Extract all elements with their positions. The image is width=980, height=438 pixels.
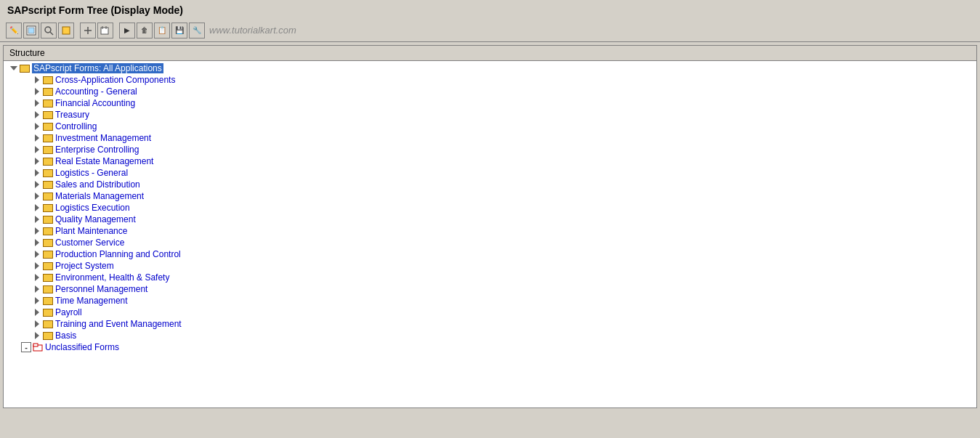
expand-icon-20[interactable] bbox=[33, 308, 41, 317]
tree-item-label[interactable]: Real Estate Management bbox=[55, 156, 153, 166]
tree-item-label[interactable]: Basis bbox=[55, 330, 76, 341]
expand-icon-10[interactable] bbox=[33, 192, 41, 200]
expand-icon-3[interactable] bbox=[33, 110, 41, 119]
tree-item-row[interactable]: - Unclassified Forms bbox=[4, 341, 976, 353]
expand-icon-0[interactable] bbox=[33, 76, 41, 84]
toolbar-btn-save[interactable]: 💾 bbox=[171, 23, 187, 38]
expand-icon-6[interactable] bbox=[33, 145, 41, 154]
tree-item-label[interactable]: Financial Accounting bbox=[55, 98, 135, 108]
tree-item-row[interactable]: Personnel Management bbox=[4, 283, 976, 295]
toolbar-btn-copy[interactable]: 📋 bbox=[154, 23, 170, 38]
root-expand-icon[interactable] bbox=[9, 64, 18, 73]
toolbar-btn-props[interactable]: 🔧 bbox=[189, 23, 205, 38]
tree-item-label[interactable]: Treasury bbox=[55, 110, 89, 120]
tree-item-label[interactable]: Production Planning and Control bbox=[55, 249, 181, 259]
tree-item-row[interactable]: Plant Maintenance bbox=[4, 225, 976, 237]
tree-item-row[interactable]: Investment Management bbox=[4, 132, 976, 144]
structure-header: Structure bbox=[4, 46, 976, 61]
tree-item-label[interactable]: Plant Maintenance bbox=[55, 226, 127, 236]
tree-item-row[interactable]: Sales and Distribution bbox=[4, 179, 976, 190]
expand-icon-12[interactable] bbox=[33, 215, 41, 224]
tree-item-label[interactable]: Investment Management bbox=[55, 133, 151, 143]
folder-icon-9 bbox=[43, 181, 53, 189]
tree-item-row[interactable]: Quality Management bbox=[4, 214, 976, 225]
title-bar: SAPscript Form Tree (Display Mode) bbox=[0, 0, 980, 19]
tree-item-label[interactable]: Personnel Management bbox=[55, 284, 147, 294]
folder-icon-1 bbox=[43, 88, 53, 96]
toolbar-btn-play[interactable]: ▶ bbox=[119, 23, 135, 38]
expand-icon-9[interactable] bbox=[33, 180, 41, 189]
toolbar-btn-delete[interactable]: 🗑 bbox=[137, 23, 153, 38]
toolbar-btn-6[interactable] bbox=[97, 23, 113, 38]
tree-item-label[interactable]: Sales and Distribution bbox=[55, 179, 140, 190]
tree-item-row[interactable]: Treasury bbox=[4, 109, 976, 121]
watermark: www.tutorialkart.com bbox=[209, 25, 296, 36]
expand-icon-8[interactable] bbox=[33, 169, 41, 177]
tree-item-row[interactable]: Accounting - General bbox=[4, 86, 976, 97]
expand-icon-21[interactable] bbox=[33, 320, 41, 328]
tree-item-label[interactable]: Materials Management bbox=[55, 191, 144, 201]
expand-icon-15[interactable] bbox=[33, 250, 41, 259]
expand-icon-2[interactable] bbox=[33, 99, 41, 108]
expand-icon-13[interactable] bbox=[33, 227, 41, 235]
tree-item-label[interactable]: Training and Event Management bbox=[55, 319, 182, 329]
tree-item-row[interactable]: Controlling bbox=[4, 121, 976, 132]
tree-item-label[interactable]: Cross-Application Components bbox=[55, 75, 175, 85]
expand-icon-16[interactable] bbox=[33, 261, 41, 270]
tree-item-row[interactable]: Environment, Health & Safety bbox=[4, 272, 976, 283]
folder-icon-13 bbox=[43, 227, 53, 235]
tree-item-label[interactable]: Quality Management bbox=[55, 214, 136, 224]
expand-icon-18[interactable] bbox=[33, 285, 41, 293]
tree-item-row[interactable]: Customer Service bbox=[4, 237, 976, 248]
expand-icon-14[interactable] bbox=[33, 238, 41, 247]
tree-item-label[interactable]: Logistics Execution bbox=[55, 203, 130, 213]
tree-item-label[interactable]: Enterprise Controlling bbox=[55, 145, 139, 155]
tree-item-row[interactable]: Financial Accounting bbox=[4, 97, 976, 109]
tree-item-label[interactable]: Unclassified Forms bbox=[45, 342, 119, 352]
toolbar-btn-5[interactable] bbox=[80, 23, 96, 38]
tree-item-row[interactable]: Logistics Execution bbox=[4, 202, 976, 214]
tree-item-label[interactable]: Logistics - General bbox=[55, 168, 128, 178]
expand-icon-17[interactable] bbox=[33, 273, 41, 282]
tree-item-label[interactable]: Payroll bbox=[55, 307, 82, 317]
svg-rect-4 bbox=[62, 27, 70, 34]
folder-icon-21 bbox=[43, 320, 53, 328]
tree-item-row[interactable]: Logistics - General bbox=[4, 167, 976, 179]
expand-icon-11[interactable] bbox=[33, 203, 41, 212]
toolbar-btn-3[interactable] bbox=[41, 23, 57, 38]
tree-item-row[interactable]: Production Planning and Control bbox=[4, 248, 976, 260]
tree-root-row[interactable]: SAPscript Forms: All Applications bbox=[4, 62, 976, 74]
toolbar: ✏️ ▶ 🗑 📋 💾 🔧 www.tutorialkart.com bbox=[0, 19, 980, 42]
expand-icon-22[interactable] bbox=[33, 331, 41, 340]
toolbar-btn-1[interactable]: ✏️ bbox=[6, 23, 22, 38]
expand-icon-19[interactable] bbox=[33, 296, 41, 305]
tree-item-label[interactable]: Environment, Health & Safety bbox=[55, 272, 169, 283]
tree-item-row[interactable]: Training and Event Management bbox=[4, 318, 976, 330]
expand-icon-7[interactable] bbox=[33, 157, 41, 166]
tree-item-row[interactable]: Basis bbox=[4, 330, 976, 341]
tree-item-label[interactable]: Customer Service bbox=[55, 238, 124, 248]
window-title: SAPscript Form Tree (Display Mode) bbox=[7, 4, 183, 16]
app-window: SAPscript Form Tree (Display Mode) ✏️ ▶ … bbox=[0, 0, 980, 438]
tree-item-label[interactable]: Project System bbox=[55, 261, 114, 271]
expand-icon-1[interactable] bbox=[33, 87, 41, 96]
tree-item-label[interactable]: Accounting - General bbox=[55, 86, 137, 97]
expand-icon-4[interactable] bbox=[33, 122, 41, 131]
tree-item-row[interactable]: Cross-Application Components bbox=[4, 74, 976, 86]
tree-item-row[interactable]: Time Management bbox=[4, 295, 976, 307]
tree-item-row[interactable]: Payroll bbox=[4, 307, 976, 318]
minus-icon[interactable]: - bbox=[21, 342, 31, 352]
toolbar-btn-4[interactable] bbox=[58, 23, 74, 38]
tree-item-label[interactable]: Controlling bbox=[55, 121, 97, 131]
expand-icon-5[interactable] bbox=[33, 134, 41, 142]
tree-item-row[interactable]: Real Estate Management bbox=[4, 155, 976, 167]
folder-icon-11 bbox=[43, 204, 53, 212]
folder-icon-6 bbox=[43, 146, 53, 154]
toolbar-btn-2[interactable] bbox=[23, 23, 39, 38]
root-label[interactable]: SAPscript Forms: All Applications bbox=[32, 63, 163, 73]
tree-item-row[interactable]: Materials Management bbox=[4, 190, 976, 202]
tree-item-label[interactable]: Time Management bbox=[55, 296, 128, 306]
folder-icon-15 bbox=[43, 251, 53, 259]
tree-item-row[interactable]: Enterprise Controlling bbox=[4, 144, 976, 155]
tree-item-row[interactable]: Project System bbox=[4, 260, 976, 272]
